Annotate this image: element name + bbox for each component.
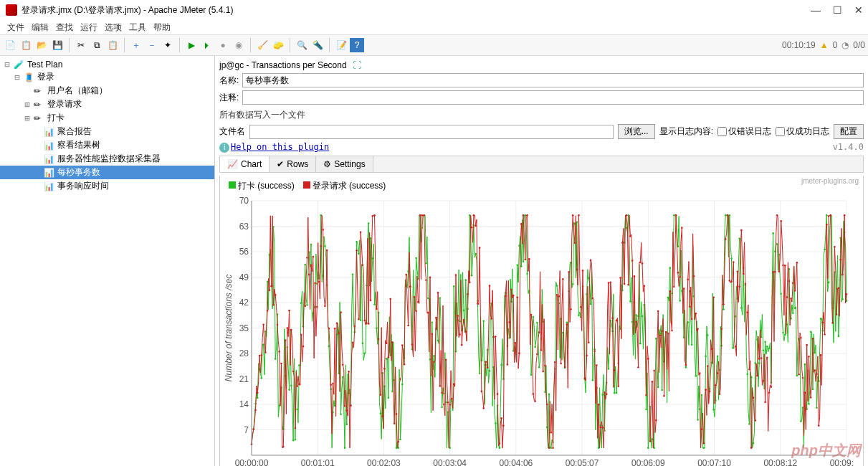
- help-link[interactable]: Help on this plugin: [231, 142, 329, 152]
- svg-point-383: [330, 384, 332, 386]
- svg-point-380: [324, 305, 326, 307]
- tab-chart[interactable]: 📈Chart: [220, 156, 270, 172]
- tab-rows[interactable]: ✔Rows: [270, 156, 316, 172]
- tree-item-login[interactable]: ⊞✏登录请求: [0, 98, 214, 111]
- svg-point-539: [639, 261, 642, 263]
- open-icon[interactable]: 📂: [34, 38, 49, 52]
- tree-item-checkin[interactable]: ⊞✏打卡: [0, 111, 214, 125]
- filename-label: 文件名: [219, 125, 245, 138]
- svg-point-567: [695, 313, 697, 315]
- comment-input[interactable]: [242, 90, 864, 105]
- svg-point-391: [346, 409, 348, 412]
- svg-point-66: [298, 364, 300, 366]
- warning-icon[interactable]: ▲: [820, 40, 829, 50]
- tree-root[interactable]: ⊟🧪Test Plan: [0, 59, 214, 70]
- svg-point-459: [481, 390, 483, 392]
- only-error-checkbox[interactable]: [717, 127, 727, 136]
- clear-icon[interactable]: 🧹: [255, 38, 270, 52]
- tree-item-username[interactable]: ✏用户名（邮箱）: [0, 84, 214, 98]
- svg-point-271: [705, 355, 707, 357]
- shutdown-icon[interactable]: ◉: [232, 38, 246, 52]
- svg-point-415: [394, 422, 396, 424]
- cut-icon[interactable]: ✂: [74, 38, 88, 52]
- tree-item-agg-report[interactable]: 📊聚合报告: [0, 125, 214, 138]
- paste-icon[interactable]: 📋: [105, 38, 120, 52]
- menu-options[interactable]: 选项: [102, 20, 125, 34]
- start-no-pause-icon[interactable]: ⏵: [200, 38, 214, 52]
- remove-icon[interactable]: －: [145, 38, 159, 52]
- svg-point-293: [748, 423, 750, 425]
- templates-icon[interactable]: 📋: [19, 38, 33, 52]
- save-icon[interactable]: 💾: [50, 38, 65, 52]
- help-icon[interactable]: ?: [350, 38, 364, 52]
- reset-search-icon[interactable]: 🔦: [310, 38, 325, 52]
- legend-swatch-2: [303, 181, 310, 189]
- svg-point-475: [512, 294, 515, 296]
- maximize-button[interactable]: ☐: [834, 6, 841, 14]
- svg-point-317: [796, 374, 798, 376]
- menu-tools[interactable]: 工具: [126, 20, 149, 34]
- svg-point-638: [836, 313, 838, 315]
- chart-plot: 714212835424956637000:00:0000:01:0100:02…: [223, 194, 854, 467]
- menu-help[interactable]: 帮助: [151, 20, 173, 34]
- svg-point-589: [738, 285, 740, 287]
- svg-point-277: [717, 355, 719, 357]
- svg-point-481: [525, 258, 527, 260]
- svg-point-537: [635, 320, 637, 323]
- close-button[interactable]: ✕: [855, 6, 862, 14]
- svg-point-488: [538, 331, 540, 333]
- browse-button[interactable]: 浏览...: [618, 124, 655, 139]
- chart-area: 打卡 (success) 登录请求 (success) jmeter-plugi…: [219, 176, 864, 467]
- svg-text:00:08:12: 00:08:12: [763, 458, 797, 467]
- stop-icon[interactable]: ●: [216, 38, 230, 52]
- svg-point-595: [750, 447, 753, 449]
- svg-point-246: [655, 338, 657, 340]
- svg-point-406: [376, 308, 378, 310]
- chart-caption: jmeter-plugins.org: [801, 177, 859, 185]
- only-success-checkbox[interactable]: [776, 127, 785, 136]
- name-input[interactable]: [242, 73, 864, 87]
- svg-point-592: [745, 282, 747, 285]
- new-icon[interactable]: 📄: [3, 38, 17, 52]
- svg-point-512: [586, 354, 588, 356]
- svg-text:70: 70: [239, 196, 249, 206]
- svg-point-417: [397, 440, 399, 442]
- svg-point-177: [518, 244, 520, 247]
- app-icon: [6, 4, 17, 16]
- config-button[interactable]: 配置: [834, 124, 864, 139]
- menu-edit[interactable]: 编辑: [29, 20, 52, 34]
- tree-item-resp-time[interactable]: 📊事务响应时间: [0, 179, 214, 193]
- tree-item-perfmon[interactable]: 📊服务器性能监控数据采集器: [0, 152, 214, 166]
- menu-run[interactable]: 运行: [77, 20, 100, 34]
- wand-icon[interactable]: ✦: [161, 38, 175, 52]
- svg-point-242: [647, 447, 649, 449]
- expand-icon[interactable]: ⛶: [353, 60, 361, 70]
- svg-point-70: [306, 304, 308, 306]
- menu-search[interactable]: 查找: [53, 20, 76, 34]
- filename-input[interactable]: [249, 125, 614, 139]
- svg-point-615: [790, 298, 792, 300]
- svg-point-566: [693, 275, 695, 277]
- svg-point-412: [388, 356, 390, 358]
- function-helper-icon[interactable]: 📝: [334, 38, 348, 52]
- add-icon[interactable]: ＋: [129, 38, 143, 52]
- svg-point-552: [665, 331, 667, 333]
- tab-settings[interactable]: ⚙Settings: [316, 156, 373, 172]
- svg-point-253: [669, 267, 671, 269]
- minimize-button[interactable]: —: [812, 6, 819, 14]
- start-icon[interactable]: ▶: [184, 38, 199, 52]
- menu-file[interactable]: 文件: [4, 20, 27, 34]
- svg-point-366: [296, 385, 298, 387]
- tree-item-results-tree[interactable]: 📊察看结果树: [0, 138, 214, 152]
- svg-point-565: [691, 318, 693, 320]
- tree-thread-group[interactable]: ⊟🧵登录: [0, 70, 214, 84]
- svg-point-455: [473, 214, 475, 216]
- svg-point-159: [482, 320, 485, 322]
- search-icon[interactable]: 🔍: [295, 38, 309, 52]
- svg-point-496: [554, 361, 556, 363]
- svg-point-494: [550, 432, 552, 434]
- copy-icon[interactable]: ⧉: [90, 38, 104, 52]
- tree-item-tps[interactable]: 📊每秒事务数: [0, 166, 214, 179]
- test-plan-tree[interactable]: ⊟🧪Test Plan ⊟🧵登录 ✏用户名（邮箱） ⊞✏登录请求 ⊞✏打卡 📊聚…: [0, 56, 215, 466]
- clear-all-icon[interactable]: 🧽: [271, 38, 285, 52]
